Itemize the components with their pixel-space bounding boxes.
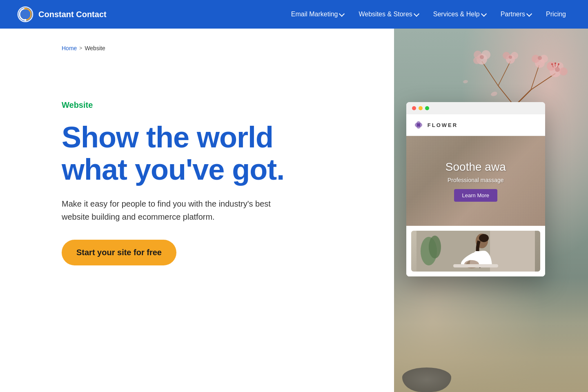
nav-item-pricing[interactable]: Pricing [540, 7, 572, 21]
svg-point-15 [555, 67, 560, 72]
svg-point-19 [538, 56, 542, 60]
flower-thumbnail [411, 231, 540, 272]
flower-sub-text: Professional massage [445, 177, 506, 183]
chevron-down-icon [339, 11, 345, 16]
spa-image [411, 231, 540, 272]
svg-point-36 [555, 62, 556, 64]
nav-item-websites-stores[interactable]: Websites & Stores [353, 7, 424, 21]
flower-brand-logo-icon [413, 119, 424, 131]
svg-rect-55 [453, 264, 498, 267]
start-free-button[interactable]: Start your site for free [62, 240, 176, 265]
browser-maximize-dot [425, 106, 429, 110]
svg-point-23 [473, 57, 481, 64]
svg-point-51 [429, 236, 441, 258]
svg-point-12 [547, 62, 556, 71]
hero-eyebrow: Website [62, 100, 361, 110]
breadcrumb: Home > Website [62, 45, 361, 51]
svg-point-14 [559, 67, 568, 76]
navbar: Constant Contact Email Marketing Website… [0, 0, 588, 29]
brand-logo[interactable]: Constant Contact [16, 5, 107, 23]
svg-line-7 [531, 74, 555, 90]
svg-point-29 [490, 91, 498, 97]
svg-point-42 [417, 123, 420, 127]
svg-point-53 [479, 234, 489, 242]
flower-hero-text: Soothe awa [445, 160, 506, 174]
svg-line-8 [531, 65, 539, 90]
breadcrumb-separator: > [79, 45, 82, 51]
learn-more-button[interactable]: Learn More [454, 189, 497, 202]
svg-point-35 [551, 63, 553, 65]
hero-section: Website Show the world what you've got. … [62, 100, 361, 265]
svg-point-24 [480, 55, 484, 59]
left-panel: Home > Website Website Show the world wh… [0, 29, 394, 392]
right-panel: FLOWER [394, 29, 588, 392]
hero-description: Make it easy for people to find you with… [62, 197, 282, 223]
browser-mockup: FLOWER [406, 102, 545, 276]
breadcrumb-current: Website [85, 45, 105, 51]
chevron-down-icon [414, 11, 419, 16]
svg-point-2 [24, 8, 27, 10]
main-content: Home > Website Website Show the world wh… [0, 29, 588, 392]
bowl-decoration [402, 368, 451, 392]
svg-point-28 [509, 56, 512, 59]
flower-brand-name: FLOWER [428, 122, 458, 128]
svg-point-31 [463, 80, 468, 84]
chevron-down-icon [526, 11, 532, 16]
svg-line-9 [482, 61, 498, 86]
browser-close-dot [412, 106, 416, 110]
brand-name: Constant Contact [38, 10, 107, 19]
nav-item-partners[interactable]: Partners [495, 7, 537, 21]
nav-links: Email Marketing Websites & Stores Servic… [285, 7, 572, 21]
breadcrumb-home-link[interactable]: Home [62, 45, 77, 51]
svg-point-37 [558, 63, 559, 65]
flower-brand-header: FLOWER [406, 114, 545, 136]
svg-point-26 [503, 52, 510, 59]
hero-title: Show the world what you've got. [62, 121, 361, 186]
browser-titlebar [406, 102, 545, 114]
chevron-down-icon [481, 11, 487, 16]
browser-minimize-dot [419, 106, 423, 110]
svg-point-3 [24, 19, 27, 21]
svg-point-27 [511, 52, 518, 59]
flower-second-section [406, 226, 545, 276]
nav-item-email-marketing[interactable]: Email Marketing [285, 7, 350, 21]
svg-line-10 [498, 61, 510, 86]
nav-item-services-help[interactable]: Services & Help [428, 7, 492, 21]
browser-body: FLOWER [406, 114, 545, 276]
flower-hero-section: Soothe awa Professional massage Learn Mo… [406, 136, 545, 226]
